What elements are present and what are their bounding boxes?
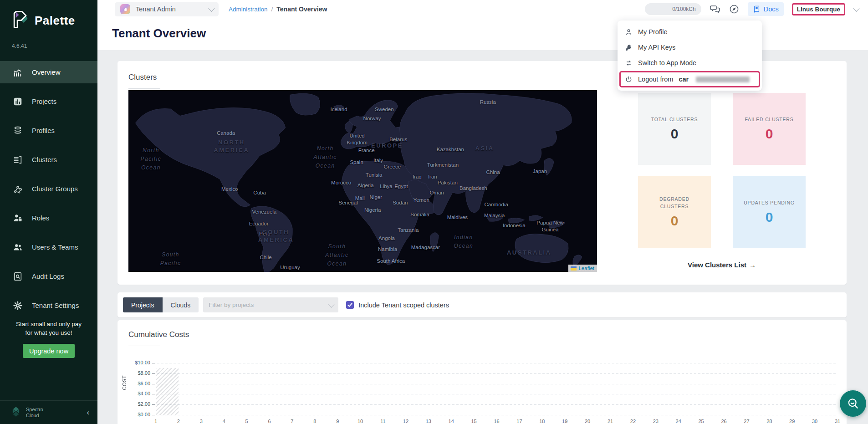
checkbox-label: Include Tenant scoped clusters bbox=[358, 301, 449, 309]
sidebar-item-projects[interactable]: Projects bbox=[0, 90, 97, 112]
menu-item-switch-to-app-mode[interactable]: Switch to App Mode bbox=[618, 55, 762, 71]
x-axis-tick-label: 23 bbox=[653, 419, 659, 424]
x-axis-tick-label: 24 bbox=[676, 419, 681, 424]
stat-label: TOTAL CLUSTERS bbox=[651, 116, 698, 123]
sidebar-item-overview[interactable]: Overview bbox=[0, 61, 97, 83]
x-axis-tick-label: 13 bbox=[426, 419, 431, 424]
clusters-world-map[interactable]: Leaflet IcelandSwedenNorwayRussiaCanadaU… bbox=[128, 90, 597, 272]
breadcrumb-separator: / bbox=[271, 6, 273, 13]
sidebar-item-profiles[interactable]: Profiles bbox=[0, 119, 97, 142]
logout-tenant-name: car bbox=[679, 76, 689, 83]
x-axis-tick-label: 5 bbox=[245, 419, 248, 424]
y-axis-tick-label: $2.00 bbox=[123, 401, 150, 407]
sidebar-item-label: Projects bbox=[32, 97, 56, 105]
gridline bbox=[157, 373, 837, 374]
x-axis-tick-label: 8 bbox=[313, 419, 316, 424]
content-area: Clusters bbox=[97, 50, 868, 424]
chat-icon[interactable] bbox=[710, 4, 720, 15]
cumulative-costs-chart: COST $0.00$2.00$4.00$6.00$8.00$10.001234… bbox=[117, 320, 847, 424]
overview-icon bbox=[13, 67, 23, 77]
sidebar-item-cluster-groups[interactable]: Cluster Groups bbox=[0, 178, 97, 200]
x-axis-tick-label: 6 bbox=[268, 419, 271, 424]
y-axis-tick-mark bbox=[152, 394, 155, 394]
menu-item-logout[interactable]: Logout from car bbox=[620, 72, 760, 87]
sidebar-collapse-icon[interactable]: ‹ bbox=[87, 409, 89, 417]
sidebar-item-roles[interactable]: Roles bbox=[0, 207, 97, 229]
tab-projects[interactable]: Projects bbox=[123, 297, 163, 312]
projects-icon bbox=[13, 97, 23, 107]
docs-label: Docs bbox=[764, 5, 779, 13]
x-axis-tick-label: 30 bbox=[812, 419, 817, 424]
gridline bbox=[157, 404, 837, 405]
user-menu-button[interactable]: Linus Bourque bbox=[792, 3, 845, 15]
spectro-cloud-wordmark: Spectro Cloud bbox=[26, 407, 43, 418]
stat-label: UPDATES PENDING bbox=[744, 199, 795, 207]
x-axis-tick-label: 11 bbox=[380, 419, 385, 424]
clusters-card: Clusters bbox=[117, 61, 847, 285]
sidebar-item-clusters[interactable]: Clusters bbox=[0, 148, 97, 171]
world-map-svg bbox=[128, 90, 597, 272]
x-axis-tick-label: 3 bbox=[200, 419, 203, 424]
clusters-icon bbox=[13, 155, 23, 165]
sidebar-footer: Spectro Cloud ‹ bbox=[0, 400, 97, 424]
x-axis-tick-label: 7 bbox=[291, 419, 293, 424]
sidebar-item-tenant-settings[interactable]: Tenant Settings bbox=[0, 294, 97, 317]
sidebar-item-users-teams[interactable]: Users & Teams bbox=[0, 236, 97, 258]
arrow-right-icon: → bbox=[749, 261, 756, 269]
stat-tile-degraded-clusters: DEGRADED CLUSTERS0 bbox=[638, 176, 711, 248]
sidebar-nav: OverviewProjectsProfilesClustersCluster … bbox=[0, 61, 97, 317]
title-rule bbox=[128, 88, 160, 89]
stat-value: 0 bbox=[671, 213, 679, 229]
tenant-scope-selector[interactable]: Tenant Admin bbox=[115, 2, 219, 16]
stat-tile-failed-clusters: FAILED CLUSTERS0 bbox=[733, 93, 806, 165]
sidebar-item-label: Audit Logs bbox=[32, 272, 64, 280]
docs-button[interactable]: Docs bbox=[748, 2, 784, 16]
power-icon bbox=[625, 76, 633, 83]
x-axis-tick-label: 17 bbox=[516, 419, 522, 424]
brand-name: Palette bbox=[35, 14, 75, 28]
stat-label: DEGRADED CLUSTERS bbox=[644, 196, 705, 210]
checkbox-checked-icon[interactable] bbox=[346, 301, 354, 309]
gridline bbox=[157, 415, 837, 415]
x-axis-tick-label: 29 bbox=[789, 419, 795, 424]
x-axis-tick-label: 18 bbox=[539, 419, 545, 424]
tenant-scope-label: Tenant Admin bbox=[136, 5, 203, 13]
stat-value: 0 bbox=[766, 126, 773, 142]
x-axis-tick-label: 16 bbox=[494, 419, 499, 424]
usage-meter: 0/100kCh bbox=[645, 3, 701, 15]
roles-icon bbox=[13, 213, 23, 223]
sidebar-item-audit-logs[interactable]: Audit Logs bbox=[0, 265, 97, 287]
x-axis-tick-label: 19 bbox=[562, 419, 567, 424]
view-clusters-list-link[interactable]: View Clusters List→ bbox=[638, 261, 806, 269]
menu-item-label: My API Keys bbox=[638, 44, 675, 51]
promo-line-2: for what you use! bbox=[0, 328, 97, 337]
redacted-text bbox=[696, 77, 750, 82]
spectro-cloud-logo-icon bbox=[10, 406, 22, 419]
audit-logs-icon bbox=[13, 271, 23, 281]
sidebar-item-label: Roles bbox=[32, 214, 49, 222]
promo-line-1: Start small and only pay bbox=[0, 320, 97, 329]
stat-label: FAILED CLUSTERS bbox=[745, 116, 793, 123]
breadcrumb-administration[interactable]: Administration bbox=[229, 6, 268, 13]
menu-item-my-profile[interactable]: My Profile bbox=[618, 24, 762, 40]
menu-item-my-api-keys[interactable]: My API Keys bbox=[618, 40, 762, 55]
cluster-groups-icon bbox=[13, 184, 23, 194]
user-icon bbox=[625, 28, 633, 36]
sidebar-item-label: Users & Teams bbox=[32, 243, 78, 251]
tenant-scoped-checkbox-wrap[interactable]: Include Tenant scoped clusters bbox=[346, 301, 449, 309]
upgrade-promo: Start small and only pay for what you us… bbox=[0, 320, 97, 358]
tab-clouds[interactable]: Clouds bbox=[163, 297, 199, 312]
ukraine-flag-icon bbox=[571, 266, 577, 271]
user-chevron-down-icon[interactable] bbox=[853, 5, 859, 12]
y-axis-tick-label: $4.00 bbox=[123, 391, 150, 396]
leaflet-attribution[interactable]: Leaflet bbox=[568, 265, 597, 272]
breadcrumb-current: Tenant Overview bbox=[276, 5, 327, 13]
upgrade-now-button[interactable]: Upgrade now bbox=[23, 344, 75, 358]
stat-tile-updates-pending: UPDATES PENDING0 bbox=[733, 176, 806, 248]
cumulative-costs-card: Cumulative Costs COST $0.00$2.00$4.00$6.… bbox=[117, 320, 847, 424]
support-fab-button[interactable] bbox=[840, 390, 866, 417]
breadcrumb: Administration / Tenant Overview bbox=[229, 5, 327, 13]
filter-by-projects-select[interactable]: Filter by projects bbox=[203, 297, 338, 312]
help-compass-icon[interactable] bbox=[729, 4, 740, 15]
palette-logo-icon bbox=[12, 10, 29, 31]
